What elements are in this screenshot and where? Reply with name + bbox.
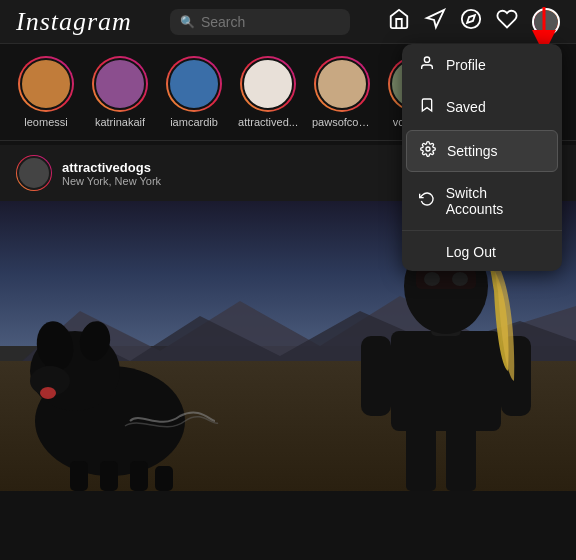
header: Instagram 🔍	[0, 0, 576, 44]
dropdown-saved[interactable]: Saved	[402, 86, 562, 128]
dog-silhouette	[20, 291, 220, 491]
post-info: attractivedogs New York, New York	[62, 160, 161, 187]
search-icon: 🔍	[180, 15, 195, 29]
post-username[interactable]: attractivedogs	[62, 160, 161, 175]
story-avatar-img	[20, 58, 72, 110]
dropdown-menu: Profile Saved Settings Switch Accounts L…	[402, 44, 562, 271]
switch-icon	[418, 191, 436, 211]
story-avatar-img	[94, 58, 146, 110]
story-avatar-img	[316, 58, 368, 110]
svg-rect-22	[361, 336, 391, 416]
story-avatar-ring	[18, 56, 74, 112]
logo: Instagram	[16, 7, 132, 37]
dropdown-divider	[402, 230, 562, 231]
post-location: New York, New York	[62, 175, 161, 187]
settings-icon	[419, 141, 437, 161]
story-username: katrinakaif	[95, 116, 145, 128]
search-input[interactable]	[201, 14, 340, 30]
svg-point-5	[424, 57, 429, 62]
story-avatar-ring	[314, 56, 370, 112]
story-username: iamcardib	[170, 116, 218, 128]
profile-icon	[418, 55, 436, 75]
dropdown-logout[interactable]: Log Out	[402, 233, 562, 271]
story-item[interactable]: iamcardib	[164, 56, 224, 128]
explore-icon[interactable]	[424, 8, 446, 36]
svg-rect-18	[155, 466, 173, 491]
saved-label: Saved	[446, 99, 486, 115]
saved-icon	[418, 97, 436, 117]
story-item[interactable]: leomessi	[16, 56, 76, 128]
story-item[interactable]: pawsofcom...	[312, 56, 372, 128]
svg-point-28	[452, 272, 468, 286]
svg-rect-16	[100, 461, 118, 491]
story-avatar-img	[168, 58, 220, 110]
post-avatar-inner	[17, 156, 51, 190]
avatar-inner	[534, 10, 558, 34]
svg-rect-20	[446, 421, 476, 491]
story-avatar-ring	[166, 56, 222, 112]
dropdown-profile[interactable]: Profile	[402, 44, 562, 86]
settings-label: Settings	[447, 143, 498, 159]
post-avatar[interactable]	[16, 155, 52, 191]
logout-label: Log Out	[446, 244, 496, 260]
dropdown-settings[interactable]: Settings	[406, 130, 558, 172]
home-icon[interactable]	[388, 8, 410, 36]
dropdown-switch[interactable]: Switch Accounts	[402, 174, 562, 228]
svg-rect-15	[70, 461, 88, 491]
story-username: leomessi	[24, 116, 67, 128]
switch-label: Switch Accounts	[446, 185, 546, 217]
post-user: attractivedogs New York, New York	[16, 155, 161, 191]
story-username: pawsofcom...	[312, 116, 372, 128]
search-bar[interactable]: 🔍	[170, 9, 350, 35]
svg-point-1	[462, 9, 480, 27]
svg-rect-19	[406, 421, 436, 491]
story-username: attractived...	[238, 116, 298, 128]
svg-rect-17	[130, 461, 148, 491]
heart-icon[interactable]	[496, 8, 518, 36]
story-avatar-img	[242, 58, 294, 110]
compass-icon[interactable]	[460, 8, 482, 36]
svg-rect-21	[391, 331, 501, 431]
profile-avatar-nav[interactable]	[532, 8, 560, 36]
svg-point-27	[424, 272, 440, 286]
svg-point-6	[426, 147, 430, 151]
profile-label: Profile	[446, 57, 486, 73]
svg-marker-2	[467, 15, 475, 23]
chain-detail	[120, 401, 220, 441]
story-avatar-ring	[240, 56, 296, 112]
story-item[interactable]: attractived...	[238, 56, 298, 128]
svg-marker-0	[427, 9, 444, 26]
svg-point-14	[40, 387, 56, 399]
story-item[interactable]: katrinakaif	[90, 56, 150, 128]
nav-icons	[388, 8, 560, 36]
story-avatar-ring	[92, 56, 148, 112]
